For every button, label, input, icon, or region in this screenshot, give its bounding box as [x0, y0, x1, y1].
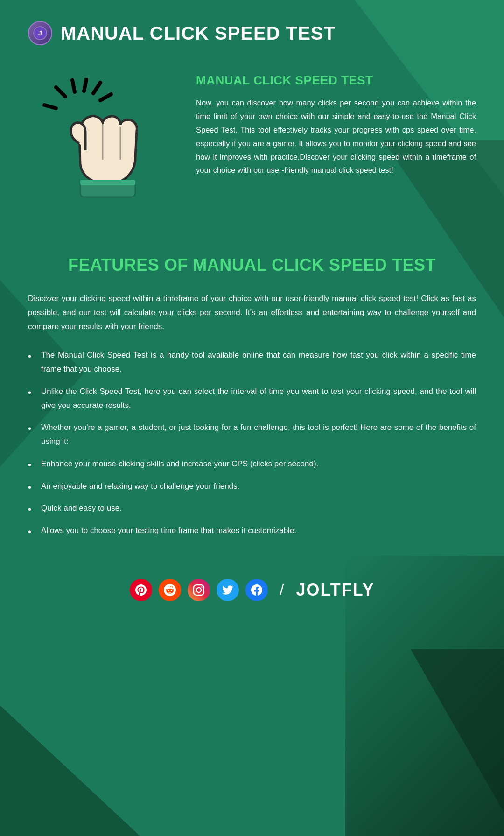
hero-text: Now, you can discover how many clicks pe… — [196, 96, 476, 177]
svg-text:J: J — [38, 29, 42, 37]
instagram-icon[interactable] — [188, 579, 210, 601]
features-section: FEATURES OF MANUAL CLICK SPEED TEST Disc… — [0, 237, 504, 560]
hand-cursor-illustration — [37, 78, 168, 209]
svg-line-2 — [56, 87, 65, 97]
svg-line-5 — [93, 83, 100, 93]
list-item: Quick and easy to use. — [28, 501, 476, 515]
twitter-icon[interactable] — [217, 579, 239, 601]
svg-rect-11 — [80, 180, 135, 185]
list-item: The Manual Click Speed Test is a handy t… — [28, 348, 476, 376]
list-item: Whether you're a gamer, a student, or ju… — [28, 421, 476, 449]
social-icons — [130, 579, 268, 601]
pinterest-icon[interactable] — [130, 579, 152, 601]
page-title: MANUAL CLICK SPEED TEST — [61, 23, 336, 44]
features-title: FEATURES OF MANUAL CLICK SPEED TEST — [28, 255, 476, 275]
list-item: An enjoyable and relaxing way to challen… — [28, 479, 476, 493]
hero-image-container — [28, 69, 177, 209]
hero-section: MANUAL CLICK SPEED TEST Now, you can dis… — [0, 59, 504, 237]
hero-subtitle: MANUAL CLICK SPEED TEST — [196, 73, 476, 88]
footer: / JOLTFLY — [0, 560, 504, 625]
footer-divider: / — [280, 581, 284, 598]
reddit-icon[interactable] — [159, 579, 181, 601]
features-list: The Manual Click Speed Test is a handy t… — [28, 348, 476, 538]
list-item: Enhance your mouse-clicking skills and i… — [28, 457, 476, 471]
footer-brand: JOLTFLY — [296, 580, 374, 600]
logo-icon: J — [28, 21, 52, 45]
list-item: Allows you to choose your testing time f… — [28, 524, 476, 538]
hero-content: MANUAL CLICK SPEED TEST Now, you can dis… — [196, 69, 476, 177]
svg-line-7 — [44, 105, 56, 108]
facebook-icon[interactable] — [245, 579, 268, 601]
header: J MANUAL CLICK SPEED TEST — [0, 0, 504, 59]
svg-line-6 — [100, 94, 111, 100]
svg-line-4 — [84, 79, 86, 91]
svg-line-3 — [72, 80, 75, 92]
logo-svg: J — [33, 26, 48, 41]
features-intro: Discover your clicking speed within a ti… — [28, 292, 476, 333]
list-item: Unlike the Click Speed Test, here you ca… — [28, 385, 476, 413]
bg-shape-bottom-left — [0, 705, 140, 836]
